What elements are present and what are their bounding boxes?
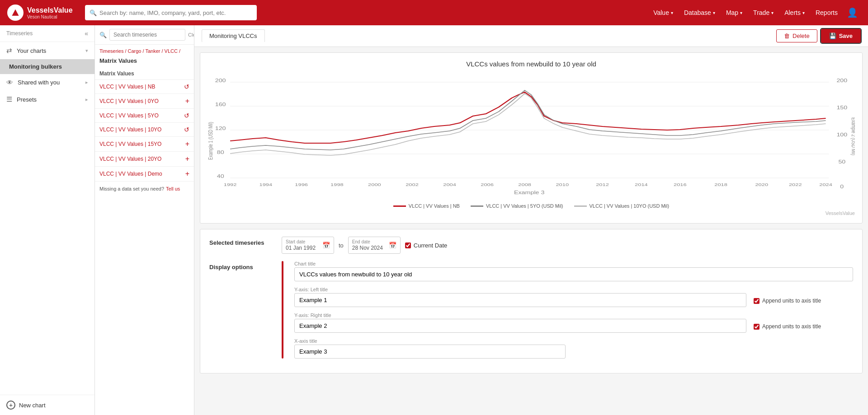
end-date-field[interactable]: End date 📅 bbox=[348, 237, 401, 254]
chart-svg: 200 160 120 80 40 200 150 100 50 0 bbox=[208, 73, 855, 200]
sidebar-collapse-icon[interactable]: « bbox=[85, 30, 88, 37]
chevron-right-icon: ▸ bbox=[85, 97, 88, 103]
trash-icon: 🗑 bbox=[784, 33, 790, 39]
to-label: to bbox=[339, 242, 344, 249]
breadcrumb-tanker[interactable]: Tanker bbox=[145, 48, 160, 54]
ts-reset-icon-10yo[interactable]: ↺ bbox=[184, 126, 189, 133]
svg-text:80: 80 bbox=[217, 150, 224, 155]
red-bar bbox=[282, 261, 283, 359]
timeseries-search-input[interactable] bbox=[109, 29, 185, 41]
start-date-input[interactable] bbox=[286, 245, 320, 251]
breadcrumb-timeseries[interactable]: Timeseries bbox=[99, 48, 123, 54]
nav-trade[interactable]: Trade ▾ bbox=[749, 6, 778, 19]
ts-add-icon-0yo[interactable]: + bbox=[185, 98, 189, 105]
ts-row-20yo[interactable]: VLCC | VV Values | 20YO + bbox=[95, 152, 194, 167]
sidebar-item-your-charts[interactable]: ⇄ Your charts ▾ bbox=[0, 42, 94, 59]
list-icon: ☰ bbox=[6, 95, 12, 103]
ts-add-icon-demo[interactable]: + bbox=[185, 170, 189, 177]
calendar-icon[interactable]: 📅 bbox=[322, 242, 330, 249]
chevron-down-icon: ▾ bbox=[671, 10, 673, 15]
x-axis-input[interactable] bbox=[294, 345, 566, 359]
nav-map[interactable]: Map ▾ bbox=[722, 6, 747, 19]
arrows-icon: ⇄ bbox=[6, 47, 12, 55]
legend-item-nb: VLCC | VV Values | NB bbox=[393, 203, 460, 209]
delete-button[interactable]: 🗑 Delete bbox=[776, 29, 817, 42]
ts-add-icon-15yo[interactable]: + bbox=[185, 140, 189, 148]
ts-row-nb[interactable]: VLCC | VV Values | NB ↺ bbox=[95, 80, 194, 94]
svg-text:2018: 2018 bbox=[714, 182, 727, 187]
sidebar-item-shared[interactable]: 👁 Shared with you ▸ bbox=[0, 74, 94, 91]
ts-row-0yo[interactable]: VLCC | VV Values | 0YO + bbox=[95, 94, 194, 109]
svg-text:Example 2 (USD Mil): Example 2 (USD Mil) bbox=[851, 117, 855, 155]
append-units-checkbox-left[interactable] bbox=[754, 298, 760, 304]
tell-us-link[interactable]: Tell us bbox=[166, 186, 180, 191]
chart-title-label: Chart title bbox=[294, 261, 853, 266]
vv-watermark: VesselsValue bbox=[208, 210, 855, 216]
calendar-icon[interactable]: 📅 bbox=[389, 242, 396, 249]
chevron-down-icon: ▾ bbox=[85, 48, 88, 54]
y-left-input[interactable] bbox=[294, 293, 746, 307]
svg-text:2016: 2016 bbox=[674, 182, 687, 187]
chevron-right-icon: ▸ bbox=[85, 79, 88, 85]
chart-title-input[interactable] bbox=[294, 267, 853, 281]
search-icon: 🔍 bbox=[90, 9, 97, 16]
svg-text:1994: 1994 bbox=[259, 182, 273, 187]
current-date-checkbox[interactable] bbox=[405, 242, 411, 248]
nav-reports[interactable]: Reports bbox=[811, 6, 842, 19]
ts-row-demo[interactable]: VLCC | VV Values | Demo + bbox=[95, 167, 194, 182]
chart-tab-monitoring-vlccs[interactable]: Monitoring VLCCs bbox=[202, 29, 265, 42]
svg-text:2010: 2010 bbox=[556, 182, 569, 187]
svg-text:2020: 2020 bbox=[755, 182, 768, 187]
ts-row-5yo[interactable]: VLCC | VV Values | 5YO ↺ bbox=[95, 109, 194, 123]
selected-timeseries-row: Selected timeseries Start date 📅 to bbox=[209, 237, 853, 254]
ts-row-10yo[interactable]: VLCC | VV Values | 10YO ↺ bbox=[95, 123, 194, 137]
nav-database[interactable]: Database ▾ bbox=[679, 6, 720, 19]
sidebar-item-presets[interactable]: ☰ Presets ▸ bbox=[0, 91, 94, 108]
chart-title-field-group: Chart title bbox=[294, 261, 853, 281]
eye-icon: 👁 bbox=[6, 79, 13, 86]
svg-text:100: 100 bbox=[836, 132, 847, 137]
current-date-checkbox-label[interactable]: Current Date bbox=[405, 242, 447, 249]
display-options-content: Chart title Y-axis: Left title Append un… bbox=[294, 261, 853, 359]
append-units-y-right[interactable]: Append units to axis title bbox=[754, 312, 853, 330]
global-search-bar[interactable]: 🔍 bbox=[85, 5, 257, 20]
append-units-y-left[interactable]: Append units to axis title bbox=[754, 287, 853, 304]
svg-text:1998: 1998 bbox=[330, 182, 344, 187]
ts-reset-icon-5yo[interactable]: ↺ bbox=[184, 112, 189, 119]
svg-text:200: 200 bbox=[215, 78, 226, 83]
svg-text:2006: 2006 bbox=[481, 182, 494, 187]
sidebar-sub-item-monitoring-bulkers[interactable]: Monitoring bulkers bbox=[0, 59, 94, 74]
append-units-checkbox-right[interactable] bbox=[754, 324, 760, 330]
nav-value[interactable]: Value ▾ bbox=[649, 6, 678, 19]
svg-text:2014: 2014 bbox=[635, 182, 648, 187]
nav-alerts[interactable]: Alerts ▾ bbox=[780, 6, 809, 19]
breadcrumb-vlcc[interactable]: VLCC bbox=[165, 48, 178, 54]
end-date-input[interactable] bbox=[352, 245, 386, 251]
save-button[interactable]: 💾 Save bbox=[821, 29, 861, 43]
ts-add-icon-20yo[interactable]: + bbox=[185, 155, 189, 163]
svg-text:40: 40 bbox=[217, 174, 224, 179]
display-options-label: Display options bbox=[209, 261, 273, 270]
clear-search-button[interactable]: Clear bbox=[188, 32, 194, 37]
svg-text:50: 50 bbox=[838, 159, 845, 164]
ts-row-15yo[interactable]: VLCC | VV Values | 15YO + bbox=[95, 137, 194, 152]
chart-toolbar: Monitoring VLCCs 🗑 Delete 💾 Save bbox=[194, 25, 868, 47]
search-icon: 🔍 bbox=[99, 32, 107, 38]
svg-text:2002: 2002 bbox=[406, 182, 419, 187]
user-icon[interactable]: 👤 bbox=[844, 5, 861, 21]
topnav: VesselsValue Veson Nautical 🔍 Value ▾ Da… bbox=[0, 0, 868, 25]
global-search-input[interactable] bbox=[99, 9, 252, 16]
chevron-down-icon: ▾ bbox=[713, 10, 715, 15]
chevron-down-icon: ▾ bbox=[771, 10, 774, 15]
config-area: Selected timeseries Start date 📅 to bbox=[200, 229, 863, 373]
svg-text:0: 0 bbox=[840, 184, 844, 189]
start-date-field[interactable]: Start date 📅 bbox=[282, 237, 334, 254]
y-right-input[interactable] bbox=[294, 319, 746, 333]
y-right-row: Y-axis: Right title Append units to axis… bbox=[294, 312, 853, 333]
svg-marker-0 bbox=[12, 9, 19, 16]
breadcrumb-cargo[interactable]: Cargo bbox=[127, 48, 141, 54]
missing-dataset-row: Missing a data set you need? Tell us bbox=[95, 182, 194, 196]
new-chart-button[interactable]: + New chart bbox=[0, 395, 94, 415]
chart-legend: VLCC | VV Values | NB VLCC | VV Values |… bbox=[208, 203, 855, 209]
ts-reset-icon-nb[interactable]: ↺ bbox=[184, 84, 189, 90]
